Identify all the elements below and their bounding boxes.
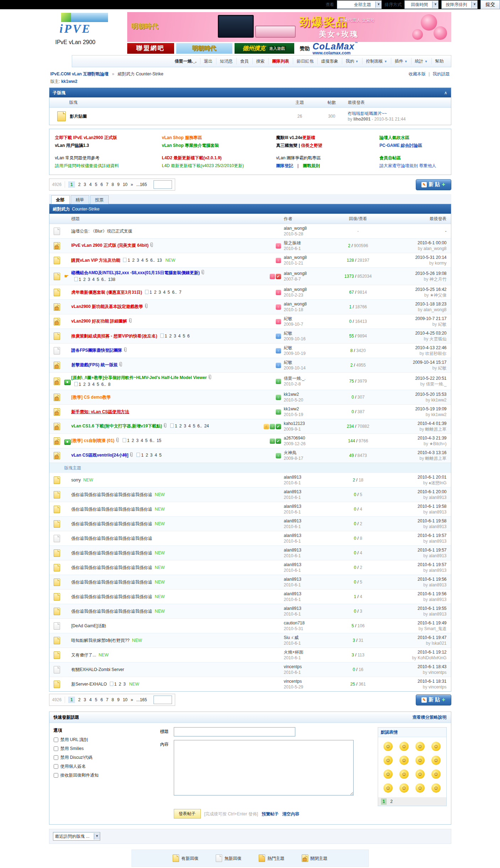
thread-title[interactable]: [原創\_/\圖+教學]分享個好用軟件~HLMV-Jed's Half-Life…	[71, 375, 207, 380]
page-link[interactable]: 1	[175, 424, 177, 428]
thread-author[interactable]: alan8913	[284, 606, 301, 611]
page-link[interactable]: 4	[89, 181, 92, 188]
last-page-link[interactable]: ...165	[136, 181, 147, 188]
announce-link[interactable]: vLan 用戶協議1.3	[55, 143, 89, 148]
announce-link[interactable]: 真三國無雙 |	[276, 143, 301, 148]
nav-item-6[interactable]: 節日紅包	[293, 58, 317, 64]
page-link[interactable]: 2	[179, 424, 182, 428]
page-link[interactable]: 9	[117, 181, 120, 188]
thread-author[interactable]: 紀敏	[284, 345, 292, 350]
nav-item-3[interactable]: 會員	[236, 58, 252, 64]
smiley-icon[interactable]: ☺	[383, 742, 393, 751]
thread-author[interactable]: 紀敏	[284, 360, 292, 365]
page-link[interactable]: 1	[79, 277, 81, 282]
lastpost-user[interactable]: alan_wong8	[424, 246, 447, 251]
site-logo[interactable]: iPVE IPvE vLan 2900	[49, 12, 126, 47]
thread-author[interactable]: 紀敏	[284, 331, 292, 336]
smiley-icon[interactable]: ☺	[383, 770, 393, 779]
page-link[interactable]: 4	[92, 382, 95, 387]
new-post-button[interactable]: ✎ 新 貼 +	[416, 179, 451, 190]
lastpost-user[interactable]: alan8913	[429, 597, 446, 602]
page-link[interactable]: 2	[154, 290, 157, 295]
thread-title[interactable]: 新手需知: vLan CS區使用方法	[71, 409, 129, 414]
thread-title[interactable]: 購買vLan VIP 方法及功能	[71, 258, 120, 263]
thread-author[interactable]: alan8913	[284, 548, 301, 553]
page-link[interactable]: 3	[174, 334, 176, 339]
page-link[interactable]: 15	[157, 438, 161, 443]
nav-item-2[interactable]: 短消息	[216, 58, 236, 64]
page-link[interactable]: 8	[108, 382, 111, 387]
nav-item-0[interactable]: 借栗一燒._.	[171, 58, 200, 64]
nav-item-9[interactable]: 控制面板▼	[362, 58, 391, 64]
thread-author[interactable]: alan8913	[284, 591, 301, 596]
smiley-icon[interactable]: ☺	[431, 770, 441, 779]
thread-author[interactable]: 火神鳥	[284, 450, 297, 455]
page-link[interactable]: 3	[123, 682, 126, 687]
thread-title[interactable]: 係你追我係你追我係你追我係你追我係你追	[71, 580, 152, 585]
page-link[interactable]: 1	[165, 334, 167, 339]
announce-link[interactable]: 請用戶提問時候儘量提供詳細資料	[55, 163, 119, 168]
submit-post-button[interactable]: 發表帖子	[174, 809, 201, 819]
banner-main-ad[interactable]: 明朝時代 劲爆奖品 美女+玫瑰 形象代言人 文紫玲	[127, 12, 451, 42]
new-post-button[interactable]: ✎ 新 貼 +	[416, 694, 451, 705]
thread-title[interactable]: sorry	[71, 478, 81, 483]
lastpost-user[interactable]: alan8913	[429, 524, 446, 529]
tab-0[interactable]: 全部	[51, 195, 70, 204]
announce-link[interactable]: 信長之野望	[301, 143, 322, 148]
thread-author[interactable]: kk1ww2	[284, 406, 299, 411]
nav-item-10[interactable]: 插件▼	[391, 58, 411, 64]
smiley-icon[interactable]: ☺	[383, 756, 393, 765]
page-link[interactable]: 2	[83, 277, 86, 282]
thread-author[interactable]: a26706940	[284, 436, 305, 441]
smiley-icon[interactable]: ☺	[431, 783, 441, 793]
page-link[interactable]: 8	[112, 697, 114, 703]
thread-title[interactable]: 係你追我係你追我係你追我係你追我係你追	[71, 594, 152, 599]
post-title-input[interactable]	[174, 727, 295, 736]
lastpost-user[interactable]: alan_wong8	[424, 307, 447, 312]
thread-author[interactable]: vincentps	[284, 664, 302, 669]
lastpost-user[interactable]: alan8913	[429, 553, 446, 558]
announce-link[interactable]: vLan 團隊爭霸約戰專區	[276, 155, 321, 160]
page-link[interactable]: 5	[97, 382, 99, 387]
announce-link[interactable]: 魔獸III v1.24e	[276, 135, 302, 140]
page-link[interactable]: 5	[183, 334, 185, 339]
thread-author[interactable]: alan_wong8	[284, 271, 307, 276]
announce-link[interactable]: 會員自帖區	[380, 155, 401, 160]
lastpost-user[interactable]: 吹箭秒殺你	[425, 351, 447, 356]
thread-author[interactable]: 火燒×杯面	[284, 650, 303, 655]
preview-post-link[interactable]: 預覽帖子	[262, 811, 279, 817]
tab-1[interactable]: 精華	[71, 195, 89, 204]
smiley-icon[interactable]: ☺	[383, 783, 393, 793]
page-link[interactable]: 4	[178, 334, 181, 339]
favorite-board-link[interactable]: 收藏本版	[409, 71, 426, 76]
announce-link[interactable]: 論壇人氣吹水區	[380, 135, 409, 140]
page-link[interactable]: 4	[141, 438, 143, 443]
next-pages-link[interactable]: »	[131, 697, 133, 703]
page-link[interactable]: 1	[141, 453, 144, 458]
tab-2[interactable]: 投票	[90, 195, 109, 204]
page-link[interactable]: 2	[132, 258, 135, 263]
thread-author[interactable]: kaho12123	[284, 421, 305, 426]
thread-author[interactable]: alan8913	[284, 504, 301, 509]
page-link[interactable]: 4	[141, 258, 144, 263]
page-jump-input[interactable]	[154, 696, 172, 704]
smiley-icon[interactable]: ☺	[431, 742, 441, 751]
nav-item-4[interactable]: 搜索	[252, 58, 268, 64]
thread-author[interactable]: alan8913	[284, 562, 301, 567]
page-link[interactable]: 6..	[150, 258, 155, 263]
post-content-textarea[interactable]	[174, 740, 354, 795]
thread-title[interactable]: vLan CS1.6 下載(附中文打字器,新增v19下載點)	[71, 424, 162, 428]
subforum-link[interactable]: 影片貼圖	[66, 113, 284, 119]
page-link[interactable]: 7	[106, 697, 108, 703]
sponsor-block[interactable]: 赞助 CoLaMax™ www.colamax.com	[300, 42, 358, 55]
thread-title[interactable]: 論壇公告: 《Blur》現已正式支援	[71, 229, 133, 234]
recent-boards-select[interactable]: 最近訪問的版塊 ...▼	[53, 832, 100, 841]
smiley-icon[interactable]: ☺	[431, 756, 441, 765]
lastpost-user[interactable]: 神之月竹	[430, 277, 447, 282]
page-link[interactable]: 3	[158, 290, 161, 295]
page-link[interactable]: 4	[155, 453, 157, 458]
lastpost-user[interactable]: vincentps	[429, 670, 447, 675]
announce-link[interactable]: L4D2 最新更新檔下載(v2.0.1.9)	[162, 155, 222, 160]
page-link[interactable]: 3	[137, 258, 139, 263]
thread-title[interactable]: [DeAd GamE]活動	[71, 623, 106, 628]
